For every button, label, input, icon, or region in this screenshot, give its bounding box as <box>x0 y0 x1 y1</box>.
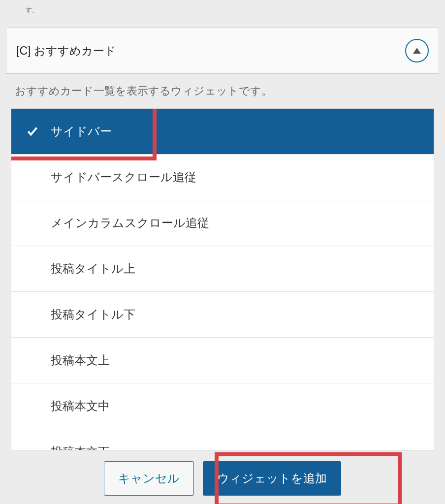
widget-title: [C] おすすめカード <box>16 43 116 59</box>
area-item[interactable]: 投稿本文中 <box>11 383 434 429</box>
widget-area-list: サイドバーサイドバースクロール追従メインカラムスクロール追従投稿タイトル上投稿タ… <box>11 108 434 450</box>
truncated-text-fragment: す。 <box>6 6 439 19</box>
area-item-label: メインカラムスクロール追従 <box>51 216 209 229</box>
area-list-scroll[interactable]: サイドバーサイドバースクロール追従メインカラムスクロール追従投稿タイトル上投稿タ… <box>11 109 434 450</box>
area-item-label: 投稿本文下 <box>51 445 110 450</box>
area-item[interactable]: 投稿タイトル上 <box>11 246 434 292</box>
add-widget-button[interactable]: ウィジェットを追加 <box>203 461 341 496</box>
area-item[interactable]: メインカラムスクロール追従 <box>11 200 434 246</box>
area-item[interactable]: 投稿タイトル下 <box>11 292 434 338</box>
widget-header[interactable]: [C] おすすめカード <box>6 28 439 74</box>
area-item-label: サイドバースクロール追従 <box>51 170 196 184</box>
button-row: キャンセル ウィジェットを追加 <box>6 450 439 504</box>
widget-description: おすすめカード一覧を表示するウィジェットです。 <box>6 84 439 108</box>
cancel-button[interactable]: キャンセル <box>104 461 194 496</box>
check-icon <box>26 125 39 138</box>
collapse-button[interactable] <box>405 39 429 63</box>
area-item-label: サイドバー <box>51 125 112 138</box>
area-item[interactable]: 投稿本文上 <box>11 338 434 383</box>
area-item[interactable]: サイドバースクロール追従 <box>11 155 434 200</box>
area-item[interactable]: 投稿本文下 <box>11 429 434 450</box>
triangle-up-icon <box>413 48 421 54</box>
area-item-label: 投稿本文上 <box>51 353 110 367</box>
area-item-label: 投稿タイトル上 <box>51 262 135 275</box>
area-item-label: 投稿タイトル下 <box>51 308 135 321</box>
area-item[interactable]: サイドバー <box>11 109 434 155</box>
area-item-label: 投稿本文中 <box>51 399 110 412</box>
